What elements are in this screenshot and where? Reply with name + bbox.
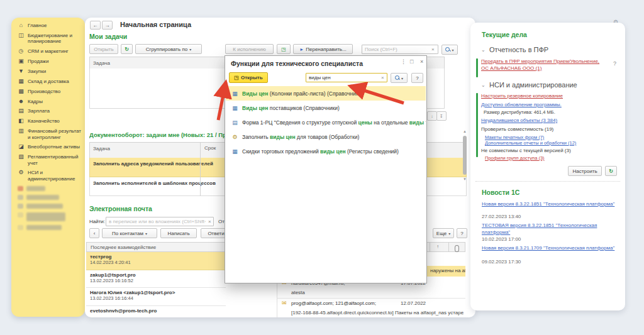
tech-specialist-functions-dialog: Функции для технического специалиста ⋮ □… (225, 55, 427, 283)
chevron-down-icon: ▾ (448, 231, 450, 236)
sales-icon: ▣ (18, 58, 25, 65)
todo-link-update[interactable]: Доступно обновление программы. (481, 102, 562, 109)
tasks-open-window-button[interactable]: ◳ (277, 44, 291, 54)
attention-bar (476, 93, 478, 157)
home-icon: ⌂ (18, 23, 25, 29)
sidebar-item-warehouse[interactable]: ▦Склад и доставка (11, 77, 85, 87)
docflow-due-column: Срок (204, 145, 216, 151)
sidebar-item-purchases[interactable]: ▼Закупки (11, 67, 85, 77)
todo-link-backup[interactable]: Настроить резервное копирование (481, 93, 563, 100)
payroll-icon: ▤ (18, 108, 25, 114)
nav-forward-button[interactable]: → (102, 21, 113, 30)
chevron-down-icon[interactable]: ⌄ (481, 82, 486, 88)
email-list-item[interactable]: ✉ prog@alfaopt.com; 121@alfaopt.com; 12.… (277, 299, 465, 317)
todo-pfr-link[interactable]: Передать в ПФР мероприятия Прием/Увольне… (481, 58, 606, 72)
sidebar-item-production[interactable]: ▩Производство (11, 87, 85, 97)
email-date: 12.07.2022 (401, 300, 426, 306)
sidebar-item-main[interactable]: ⌂Главное (11, 21, 85, 31)
sidebar-item-budgeting[interactable]: ◫Бюджетирование и планирование (11, 31, 85, 47)
sidebar-item-treasury[interactable]: ◧Казначейство (11, 116, 85, 126)
sort-up-icon[interactable]: ↑ (436, 244, 439, 250)
dialog-menu-icon[interactable]: ⋮ (401, 58, 406, 65)
dialog-search-input[interactable] (306, 73, 387, 82)
email-compose-button[interactable]: Написать (160, 228, 197, 238)
email-list-item[interactable]: zakup1@tsport.pro 13.02.2023 16:16:52 (86, 270, 226, 288)
email-help-button[interactable]: ? (457, 228, 467, 238)
refresh-icon: ↻ (125, 47, 129, 52)
gear-icon: ⚙ (18, 170, 25, 176)
email-more-button[interactable]: Еще▾ (433, 228, 454, 238)
sidebar-item-regulated-accounting[interactable]: ▧Регламентированный учет (11, 152, 85, 168)
todo-link-access-profiles[interactable]: Профили групп доступа (3) (485, 155, 545, 162)
email-from: prog@alfaopt.com; 121@alfaopt.com; (291, 300, 376, 306)
dialog-search-button[interactable]: ▾ (391, 73, 408, 83)
dialog-help-button[interactable]: ? (411, 73, 423, 83)
close-icon[interactable]: × (420, 58, 423, 65)
tasks-goto-last-button[interactable]: ↧ (436, 111, 447, 121)
clear-search-icon[interactable]: × (381, 75, 384, 80)
tasks-execute-button[interactable]: К исполнению (225, 44, 274, 54)
sidebar-item-sales[interactable]: ▣Продажи (11, 57, 85, 67)
clear-search-icon[interactable]: × (431, 47, 435, 52)
sidebar-item-hr[interactable]: ☻Кадры (11, 97, 85, 107)
email-list-item[interactable]: тестprog 14.02.2023 4:20:41 (86, 252, 226, 270)
redacted-item (11, 202, 85, 211)
tasks-refresh-button[interactable]: ↻ (121, 44, 133, 54)
email-subject: [192-168-88-45.alfaopt.direct.quickconne… (291, 310, 464, 316)
sidebar-item-payroll[interactable]: ▤Зарплата (11, 106, 85, 116)
tasks-redirect-button[interactable]: ►Перенаправить... (293, 44, 353, 54)
email-prev-button[interactable]: ‹ (89, 228, 99, 238)
todo-configure-button[interactable]: Настроить (568, 166, 602, 176)
sidebar-item-finance[interactable]: ▥Финансовый результат и контроллинг (11, 126, 85, 142)
tasks-group-by-button[interactable]: Сгруппировать по▾ (135, 44, 202, 54)
todo-refresh-button[interactable]: ↻ (605, 166, 617, 176)
scroll-down-icon[interactable]: ▼ (463, 177, 467, 181)
tasks-search-input[interactable] (362, 45, 438, 54)
tasks-open-button[interactable]: Открыть (89, 44, 118, 54)
tasks-column-label: Задача (93, 60, 110, 66)
dialog-result-item[interactable]: ⚙ Заполнить виды цен для товаров (Обрабо… (226, 129, 426, 144)
search-icon (445, 47, 450, 52)
email-find-input[interactable] (106, 217, 214, 226)
tasks-search-button[interactable]: ▾ (441, 45, 458, 55)
todo-link-undeleted[interactable]: Неудалившиеся объекты (3 384) (481, 118, 557, 124)
clear-search-icon[interactable]: × (208, 219, 211, 224)
sidebar-item-assets[interactable]: ◪Внеоборотные активы (11, 142, 85, 152)
news-link[interactable]: Новая версия 8.3.22.1851 "Технологическа… (482, 201, 617, 208)
todo-title: Текущие дела (482, 31, 527, 38)
dialog-open-button[interactable]: ◳Открыть (229, 72, 268, 83)
sidebar-item-admin[interactable]: ⚙НСИ и администрирование (11, 168, 85, 184)
news-link[interactable]: ТЕСТОВАЯ версия 8.3.22.1851 "Технологиче… (482, 222, 620, 236)
docflow-scrollbar[interactable] (463, 136, 467, 175)
tasks-next-page-button[interactable]: ↓ (427, 111, 437, 121)
todo-section-pfr[interactable]: Отчетность в ПФР (489, 46, 548, 53)
email-by-contacts-button[interactable]: По контактам▾ (102, 228, 157, 238)
nav-back-button[interactable]: ← (90, 21, 101, 30)
todo-section-admin[interactable]: НСИ и администрирование (489, 81, 577, 89)
tasks-open-label: Открыть (94, 47, 113, 52)
sidebar-item-crm[interactable]: ◷CRM и маркетинг (11, 47, 85, 57)
register-icon: ▦ (231, 148, 238, 155)
todo-link-ext-reports[interactable]: Дополнительные отчеты и обработки (12) (485, 140, 576, 146)
sidebar-item-label: Зарплата (28, 108, 50, 114)
email-list-item[interactable]: Нагога Юлия <zakup1@tsport.pro> 13.02.20… (86, 288, 226, 306)
dialog-result-item[interactable]: ▤ Форма 1-РЦ "Сведения о структуре отпус… (226, 115, 426, 129)
by-contacts-label: По контактам (112, 231, 143, 236)
maximize-icon[interactable]: □ (410, 58, 413, 65)
chevron-down-icon[interactable]: ⌄ (481, 47, 486, 53)
app-window: ⌂Главное ◫Бюджетирование и планирование … (0, 0, 644, 335)
sidebar-item-label: Закупки (28, 69, 46, 75)
docflow-task-column: Задача (93, 146, 110, 151)
email-list-item[interactable]: evetoshnvh@prom-tech.pro (86, 306, 226, 317)
dialog-result-item[interactable]: ▦ Скидки торговых предложений виды цен (… (226, 144, 426, 158)
scroll-up-icon[interactable]: ▲ (463, 129, 467, 133)
go-last-icon: ↧ (440, 114, 443, 119)
dialog-result-item[interactable]: ▦ Виды цен поставщиков (Справочники) (226, 101, 426, 115)
help-icon[interactable]: ? (613, 60, 616, 67)
redacted-item (11, 211, 85, 223)
dialog-result-item[interactable]: ▦ Виды цен (Колонки прайс-листа) (Справо… (226, 86, 426, 101)
more-label: Еще (436, 231, 447, 236)
news-link[interactable]: Новая версия 8.3.21.1709 "Технологическа… (482, 245, 617, 252)
email-date: 14.02.2023 4:20:41 (90, 260, 222, 265)
news-date: 09.02.2023 17:30 (482, 259, 521, 265)
